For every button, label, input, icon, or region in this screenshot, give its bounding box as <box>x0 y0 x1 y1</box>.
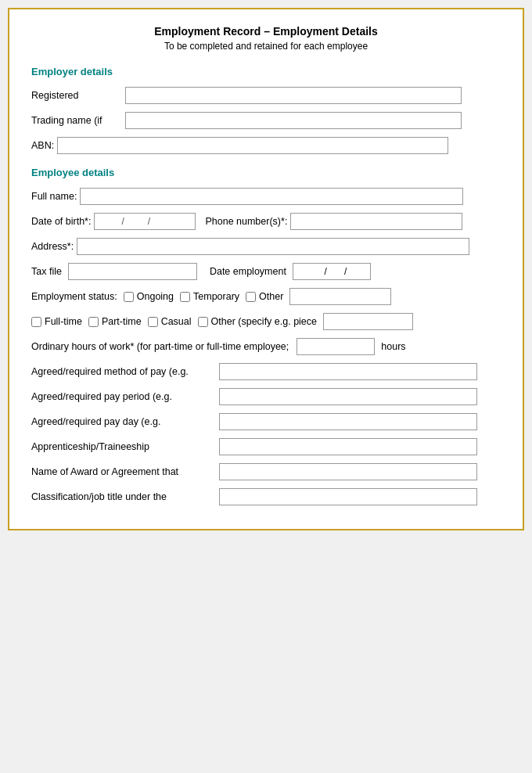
page-container: Employment Record – Employment Details T… <box>8 8 524 530</box>
employer-heading: Employer details <box>31 66 501 77</box>
ongoing-label: Ongoing <box>137 291 174 302</box>
pay-method-row: Agreed/required method of pay (e.g. <box>31 363 501 380</box>
taxfile-label: Tax file <box>31 266 62 277</box>
pay-method-input[interactable] <box>219 363 477 380</box>
date-employment-input[interactable]: / / <box>293 263 371 280</box>
casual-checkbox[interactable] <box>148 317 158 327</box>
taxfile-dateemployment-row: Tax file Date employment / / <box>31 263 501 280</box>
dob-sep1: / <box>121 216 124 227</box>
other-specify-checkbox-label[interactable]: Other (specify e.g. piece <box>198 316 317 327</box>
apprenticeship-row: Apprenticeship/Traineeship <box>31 438 501 455</box>
other-status-checkbox-label[interactable]: Other <box>246 291 283 302</box>
registered-input[interactable] <box>125 87 462 104</box>
pay-day-input[interactable] <box>219 413 477 430</box>
other-specify-input[interactable] <box>323 313 413 330</box>
other-status-checkbox[interactable] <box>246 292 256 302</box>
phone-label: Phone number(s)*: <box>205 216 287 227</box>
pay-period-input[interactable] <box>219 388 477 405</box>
fulltime-checkbox[interactable] <box>31 317 41 327</box>
parttime-checkbox-label[interactable]: Part-time <box>88 316 142 327</box>
classification-label: Classification/job title under the <box>31 491 219 502</box>
abn-label: ABN: <box>31 140 54 151</box>
emp-status-label: Employment status: <box>31 291 117 302</box>
award-input[interactable] <box>219 463 477 480</box>
emp-status-other-input[interactable] <box>289 288 391 305</box>
fullname-row: Full name: <box>31 188 501 205</box>
employee-heading: Employee details <box>31 167 501 178</box>
pay-method-label: Agreed/required method of pay (e.g. <box>31 366 219 377</box>
hours-row: Ordinary hours of work* (for part-time o… <box>31 338 501 355</box>
abn-input[interactable] <box>57 137 448 154</box>
page-title: Employment Record – Employment Details <box>31 25 501 38</box>
fullname-label: Full name: <box>31 191 77 202</box>
abn-row: ABN: <box>31 137 501 154</box>
date-emp-sep2: / <box>344 266 347 277</box>
temporary-checkbox[interactable] <box>180 292 190 302</box>
parttime-checkbox[interactable] <box>88 317 99 327</box>
ongoing-checkbox-label[interactable]: Ongoing <box>124 291 174 302</box>
phone-input[interactable] <box>290 213 462 230</box>
hours-label: Ordinary hours of work* (for part-time o… <box>31 341 289 352</box>
dob-input[interactable]: / / <box>94 213 196 230</box>
fulltime-checkbox-label[interactable]: Full-time <box>31 316 82 327</box>
classification-row: Classification/job title under the <box>31 488 501 505</box>
worktype-row: Full-time Part-time Casual Other (specif… <box>31 313 501 330</box>
pay-period-label: Agreed/required pay period (e.g. <box>31 391 219 402</box>
address-row: Address*: <box>31 238 501 255</box>
award-label: Name of Award or Agreement that <box>31 466 219 477</box>
casual-label: Casual <box>161 316 192 327</box>
casual-checkbox-label[interactable]: Casual <box>148 316 192 327</box>
trading-input[interactable] <box>125 112 462 129</box>
trading-label: Trading name (if <box>31 115 125 126</box>
registered-label: Registered <box>31 90 125 101</box>
dob-sep2: / <box>148 216 150 227</box>
pay-day-label: Agreed/required pay day (e.g. <box>31 416 219 427</box>
temporary-checkbox-label[interactable]: Temporary <box>180 291 239 302</box>
dob-phone-row: Date of birth*: / / Phone number(s)*: <box>31 213 501 230</box>
fullname-input[interactable] <box>80 188 463 205</box>
ongoing-checkbox[interactable] <box>124 292 134 302</box>
parttime-label: Part-time <box>102 316 142 327</box>
employee-section: Employee details Full name: Date of birt… <box>31 167 501 505</box>
address-label: Address*: <box>31 241 74 252</box>
trading-row: Trading name (if <box>31 112 501 129</box>
apprenticeship-input[interactable] <box>219 438 477 455</box>
apprenticeship-label: Apprenticeship/Traineeship <box>31 441 219 452</box>
dob-label: Date of birth*: <box>31 216 91 227</box>
pay-day-row: Agreed/required pay day (e.g. <box>31 413 501 430</box>
pay-period-row: Agreed/required pay period (e.g. <box>31 388 501 405</box>
page-subtitle: To be completed and retained for each em… <box>31 41 501 52</box>
hours-unit: hours <box>381 341 405 352</box>
taxfile-input[interactable] <box>68 263 197 280</box>
employment-status-row: Employment status: Ongoing Temporary Oth… <box>31 288 501 305</box>
award-row: Name of Award or Agreement that <box>31 463 501 480</box>
temporary-label: Temporary <box>193 291 239 302</box>
classification-input[interactable] <box>219 488 477 505</box>
date-employment-label: Date employment <box>210 266 286 277</box>
date-emp-sep1: / <box>325 266 327 277</box>
other-specify-checkbox[interactable] <box>198 317 208 327</box>
other-specify-label: Other (specify e.g. piece <box>211 316 317 327</box>
registered-row: Registered <box>31 87 501 104</box>
address-input[interactable] <box>77 238 469 255</box>
hours-input[interactable] <box>297 338 375 355</box>
other-status-label: Other <box>259 291 283 302</box>
employer-section: Employer details Registered Trading name… <box>31 66 501 154</box>
fulltime-label: Full-time <box>45 316 82 327</box>
